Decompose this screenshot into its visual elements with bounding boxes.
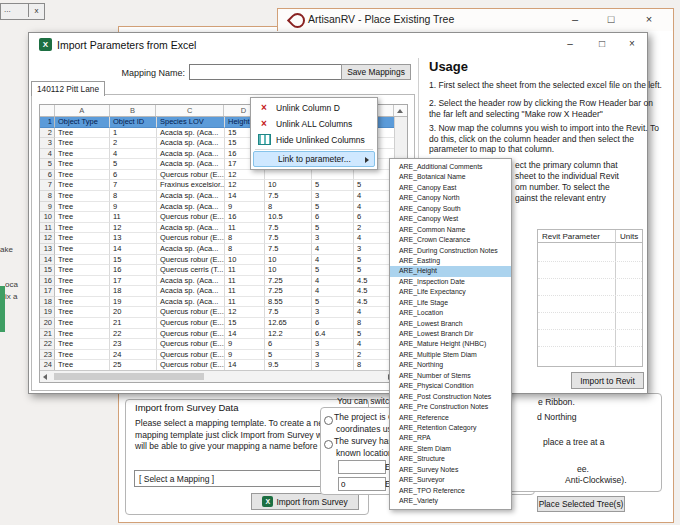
table-row[interactable]: 23 Tree 24 Quercus robur (E... 9 5 3 2 (40, 350, 407, 361)
place-selected-trees-button[interactable]: Place Selected Tree(s) (537, 496, 625, 512)
table-row[interactable]: 9 Tree 9 Acacia sp. (Aca... 9 8 5 4 (40, 202, 407, 213)
menu-item-unlink-column[interactable]: Unlink Column D (252, 100, 376, 116)
row-number[interactable]: 2 (40, 128, 55, 139)
submenu-item[interactable]: ARE_Surveyor (390, 475, 511, 485)
minimize-button[interactable]: – (561, 11, 589, 28)
submenu-item[interactable]: ARE_Location (390, 308, 511, 318)
table-row[interactable]: 17 Tree 18 Acacia sp. (Aca... 11 7.25 4 … (40, 286, 407, 297)
table-row[interactable]: 16 Tree 17 Acacia sp. (Aca... 11 7.25 4 … (40, 276, 407, 287)
submenu-item[interactable]: ARE_Survey Notes (390, 465, 511, 475)
table-row[interactable]: 12 Tree 13 Quercus robur (E... 8 7.5 3 4 (40, 233, 407, 244)
row-number[interactable]: 11 (40, 223, 55, 234)
submenu-item[interactable]: ARE_Canopy West (390, 214, 511, 224)
column-header-A[interactable]: A (55, 105, 110, 116)
submenu-item[interactable]: ARE_Height (390, 266, 511, 276)
submenu-item[interactable]: ARE_Easting (390, 256, 511, 266)
submenu-item[interactable]: ARE_Northing (390, 360, 511, 370)
menu-item-unlink-all[interactable]: Unlink ALL Columns (252, 116, 376, 132)
minimize-button[interactable]: – (557, 36, 583, 52)
submenu-item[interactable]: ARE_Crown Clearance (390, 235, 511, 245)
row-number[interactable]: 3 (40, 138, 55, 149)
northing-field[interactable] (338, 477, 386, 491)
row-number[interactable]: 5 (40, 159, 55, 170)
maximize-button[interactable]: □ (589, 36, 615, 52)
row-number[interactable]: 20 (40, 318, 55, 329)
column-header-B[interactable]: B (110, 105, 157, 116)
submenu-item[interactable]: ARE_Botanical Name (390, 172, 511, 182)
submenu-item[interactable]: ARE_Canopy South (390, 204, 511, 214)
radio-project-coordinates[interactable] (324, 416, 333, 425)
menu-item-link-to-parameter[interactable]: Link to parameter... (253, 151, 375, 167)
submenu-item[interactable]: ARE_TPO Reference (390, 486, 511, 496)
submenu-item[interactable]: ARE_Reference (390, 413, 511, 423)
row-number[interactable]: 18 (40, 297, 55, 308)
row-number[interactable]: 10 (40, 212, 55, 223)
submenu-item[interactable]: ARE_Structure (390, 454, 511, 464)
import-to-revit-button[interactable]: Import to Revit (571, 372, 644, 389)
row-number[interactable]: 15 (40, 265, 55, 276)
row-number[interactable]: 21 (40, 329, 55, 340)
table-row[interactable]: 22 Tree 23 Quercus robur (E... 9 6 3 4 (40, 339, 407, 350)
submenu-item[interactable]: ARE_Canopy East (390, 183, 511, 193)
submenu-item[interactable]: ARE_Multiple Stem Diam (390, 350, 511, 360)
submenu-item[interactable]: ARE_Life Expectancy (390, 287, 511, 297)
sheet-tab[interactable]: 140112 Pitt Lane (31, 81, 105, 96)
scroll-up-button[interactable] (394, 105, 407, 116)
table-row[interactable]: 7 Tree 7 Fraxinus excelsior... 12 10 5 5 (40, 180, 407, 191)
table-row[interactable]: 18 Tree 19 Acacia sp. (Aca... 11 8.55 5 … (40, 297, 407, 308)
submenu-item[interactable]: ARE_Stem Diam (390, 444, 511, 454)
table-row[interactable]: 19 Tree 20 Quercus robur (E... 12 7.5 3 … (40, 307, 407, 318)
submenu-item[interactable]: ARE_Variety (390, 496, 511, 506)
row-number[interactable]: 6 (40, 170, 55, 181)
scrollbar-thumb[interactable] (54, 373, 204, 380)
menu-item-hide-unlinked[interactable]: Hide Unlinked Columns (252, 132, 376, 148)
mapping-name-input[interactable] (189, 64, 343, 80)
row-number[interactable]: 8 (40, 191, 55, 202)
row-number[interactable]: 14 (40, 255, 55, 266)
table-row[interactable]: 10 Tree 11 Quercus robur (E... 16 10.5 6… (40, 212, 407, 223)
row-number[interactable]: 1 (40, 117, 55, 128)
row-number[interactable]: 17 (40, 286, 55, 297)
table-row[interactable]: 11 Tree 12 Acacia sp. (Aca... 11 7.5 5 2 (40, 223, 407, 234)
submenu-item[interactable]: ARE_During Construction Notes (390, 246, 511, 256)
maximize-button[interactable]: □ (597, 11, 625, 28)
easting-field[interactable] (338, 460, 386, 474)
row-number[interactable]: 22 (40, 339, 55, 350)
column-header-C[interactable]: C (156, 105, 224, 116)
table-row[interactable]: 14 Tree 15 Quercus robur (E... 10 10 4 5 (40, 255, 407, 266)
table-row[interactable]: 8 Tree 8 Acacia sp. (Aca... 14 7.5 3 4 (40, 191, 407, 202)
submenu-item[interactable]: ARE_Common Name (390, 225, 511, 235)
submenu-item[interactable]: ARE_RPA (390, 433, 511, 443)
row-number[interactable]: 7 (40, 180, 55, 191)
submenu-item[interactable]: ARE_Number of Stems (390, 371, 511, 381)
horizontal-scrollbar[interactable] (40, 370, 396, 382)
submenu-item[interactable]: ARE_Post Construction Notes (390, 392, 511, 402)
table-row[interactable]: 20 Tree 21 Quercus robur (E... 15 12.65 … (40, 318, 407, 329)
submenu-item[interactable]: ARE_Mature Height (NHBC) (390, 339, 511, 349)
table-row[interactable]: 13 Tree 14 Acacia sp. (Aca... 8 7.5 4 3 (40, 244, 407, 255)
submenu-item[interactable]: ARE_Pre Construction Notes (390, 402, 511, 412)
close-button[interactable]: × (635, 11, 663, 28)
radio-survey-location[interactable] (324, 440, 333, 449)
close-button[interactable]: × (619, 36, 645, 52)
submenu-item[interactable]: ARE_Physical Condition (390, 381, 511, 391)
close-icon[interactable]: x (28, 4, 44, 17)
submenu-item[interactable]: ARE_Inspection Date (390, 277, 511, 287)
import-from-survey-button[interactable]: Import from Survey (251, 493, 359, 510)
row-number[interactable]: 13 (40, 244, 55, 255)
submenu-item[interactable]: ARE_Lowest Branch Dir (390, 329, 511, 339)
row-number[interactable]: 12 (40, 233, 55, 244)
row-number[interactable]: 23 (40, 350, 55, 361)
row-number[interactable]: 9 (40, 202, 55, 213)
table-row[interactable]: 6 Tree 6 Quercus robur (E... 12 (40, 170, 407, 181)
table-row[interactable]: 15 Tree 16 Quercus cerris (T... 11 10 5 … (40, 265, 407, 276)
submenu-item[interactable]: ARE_Lowest Branch (390, 319, 511, 329)
row-number[interactable]: 19 (40, 307, 55, 318)
submenu-item[interactable]: ARE_Canopy North (390, 193, 511, 203)
submenu-item[interactable]: ARE_Additional Comments (390, 162, 511, 172)
save-mappings-button[interactable]: Save Mappings (341, 64, 411, 80)
submenu-item[interactable]: ARE_Life Stage (390, 298, 511, 308)
submenu-item[interactable]: ARE_Retention Category (390, 423, 511, 433)
table-row[interactable]: 21 Tree 22 Quercus robur (E... 14 12.2 6… (40, 329, 407, 340)
row-number[interactable]: 16 (40, 276, 55, 287)
